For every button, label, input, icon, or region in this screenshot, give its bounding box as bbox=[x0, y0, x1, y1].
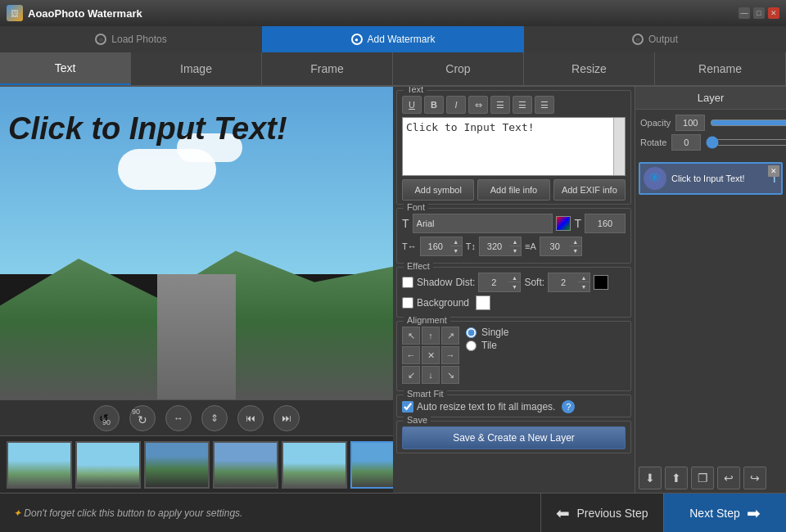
next-image-button[interactable]: ⏭ bbox=[273, 405, 300, 431]
font-width-down[interactable]: ▼ bbox=[450, 246, 462, 255]
font-width-up[interactable]: ▲ bbox=[450, 237, 462, 246]
rotate-ccw-button[interactable]: ↺ 90 bbox=[93, 405, 120, 431]
alignment-section: Alignment ↖ ↑ ↗ ← ✕ → ↙ ↓ ↘ bbox=[396, 321, 631, 391]
step-load-photos-circle: ○ bbox=[95, 34, 106, 45]
step-output[interactable]: ○ Output bbox=[524, 26, 786, 52]
font-width-input[interactable] bbox=[421, 237, 450, 255]
thumbnail-3[interactable] bbox=[144, 441, 210, 489]
soft-up[interactable]: ▲ bbox=[578, 273, 590, 282]
save-section: Save Save & Create a New Layer bbox=[396, 421, 631, 453]
align-top-center-button[interactable]: ↑ bbox=[422, 327, 440, 345]
layer-duplicate-button[interactable]: ❐ bbox=[691, 467, 714, 489]
step-load-photos[interactable]: ○ Load Photos bbox=[0, 26, 262, 52]
flip-vertical-button[interactable]: ⇕ bbox=[201, 405, 228, 431]
opacity-label: Opacity bbox=[640, 118, 671, 128]
single-radio[interactable] bbox=[466, 327, 477, 338]
text-toolbar: U B I ⇔ ☰ ☰ ☰ bbox=[402, 96, 626, 114]
shadow-color-swatch[interactable] bbox=[594, 275, 608, 290]
add-exif-info-button[interactable]: Add EXIF info bbox=[553, 179, 626, 201]
layer-controls: Opacity Rotate bbox=[635, 110, 786, 159]
align-center-button[interactable]: ☰ bbox=[513, 96, 532, 114]
background-color-swatch[interactable] bbox=[476, 295, 490, 310]
opacity-slider[interactable] bbox=[710, 117, 786, 128]
layer-close-button[interactable]: ✕ bbox=[768, 165, 779, 177]
layer-move-down-button[interactable]: ⬇ bbox=[639, 467, 662, 489]
next-arrow-icon: ➡ bbox=[747, 503, 761, 523]
tab-rename[interactable]: Rename bbox=[655, 52, 786, 85]
rotate-input[interactable] bbox=[671, 134, 701, 151]
font-spacing-icon: ≡A bbox=[525, 241, 536, 251]
align-right-button[interactable]: ☰ bbox=[535, 96, 554, 114]
align-bottom-center-button[interactable]: ↓ bbox=[422, 366, 440, 384]
align-middle-right-button[interactable]: → bbox=[441, 346, 459, 364]
font-spacing-down[interactable]: ▼ bbox=[570, 246, 581, 255]
add-file-info-button[interactable]: Add file info bbox=[477, 179, 549, 201]
step-output-label: Output bbox=[648, 34, 678, 45]
app-name: AoaoPhoto Watermark bbox=[28, 7, 142, 20]
flip-horizontal-button[interactable]: ↔ bbox=[165, 405, 192, 431]
next-step-button[interactable]: Next Step ➡ bbox=[663, 494, 786, 533]
tab-frame[interactable]: Frame bbox=[262, 52, 393, 85]
hint-icon: ✦ bbox=[13, 507, 21, 519]
prev-image-button[interactable]: ⏮ bbox=[237, 405, 264, 431]
font-spacing-input[interactable] bbox=[540, 237, 570, 255]
align-top-left-button[interactable]: ↖ bbox=[402, 327, 420, 345]
maximize-button[interactable]: □ bbox=[753, 7, 765, 19]
tab-text[interactable]: Text bbox=[0, 52, 131, 85]
font-spacing-up[interactable]: ▲ bbox=[570, 237, 581, 246]
text-scrollbar[interactable] bbox=[613, 118, 625, 175]
align-bottom-left-button[interactable]: ↙ bbox=[402, 366, 420, 384]
rotate-slider[interactable] bbox=[706, 137, 786, 148]
layer-move-up-button[interactable]: ⬆ bbox=[665, 467, 688, 489]
rotate-cw-button[interactable]: 90 ↻ bbox=[129, 405, 156, 431]
font-height-down[interactable]: ▼ bbox=[509, 246, 521, 255]
soft-down[interactable]: ▼ bbox=[578, 282, 590, 291]
dist-down[interactable]: ▼ bbox=[508, 282, 520, 291]
tile-radio[interactable] bbox=[466, 340, 477, 351]
align-left-button[interactable]: ☰ bbox=[490, 96, 510, 114]
align-middle-left-button[interactable]: ← bbox=[402, 346, 420, 364]
dist-input[interactable] bbox=[479, 273, 508, 291]
help-icon[interactable]: ? bbox=[562, 400, 575, 413]
auto-resize-checkbox[interactable] bbox=[402, 401, 413, 413]
dist-up[interactable]: ▲ bbox=[508, 273, 520, 282]
soft-input[interactable] bbox=[549, 273, 578, 291]
step-add-watermark[interactable]: ● Add Watermark bbox=[262, 26, 524, 52]
tab-crop[interactable]: Crop bbox=[393, 52, 524, 85]
italic-button[interactable]: I bbox=[446, 96, 466, 114]
layer-undo-button[interactable]: ↩ bbox=[717, 467, 740, 489]
underline-button[interactable]: U bbox=[402, 96, 422, 114]
layer-redo-button[interactable]: ↪ bbox=[743, 467, 766, 489]
minimize-button[interactable]: — bbox=[739, 7, 750, 19]
align-bottom-right-button[interactable]: ↘ bbox=[441, 366, 459, 384]
align-top-right-button[interactable]: ↗ bbox=[441, 327, 459, 345]
font-color-swatch[interactable] bbox=[556, 216, 571, 231]
tab-image[interactable]: Image bbox=[131, 52, 262, 85]
layer-item-1[interactable]: 👁 Click to Input Text! T ✕ bbox=[639, 162, 783, 195]
add-symbol-button[interactable]: Add symbol bbox=[402, 179, 474, 201]
bold-button[interactable]: B bbox=[424, 96, 444, 114]
shadow-checkbox[interactable] bbox=[402, 277, 413, 288]
tab-resize[interactable]: Resize bbox=[524, 52, 655, 85]
text-input[interactable]: Click to Input Text! bbox=[403, 118, 613, 175]
font-size-select[interactable]: 160 120 80 200 bbox=[585, 214, 626, 233]
close-button[interactable]: ✕ bbox=[768, 7, 779, 19]
thumbnail-2[interactable] bbox=[75, 441, 141, 489]
save-create-layer-button[interactable]: Save & Create a New Layer bbox=[402, 426, 626, 449]
thumbnail-1[interactable] bbox=[7, 441, 72, 489]
preview-canvas[interactable]: Click to Input Text! bbox=[0, 87, 393, 399]
font-name-select[interactable]: Arial Times New Roman Courier bbox=[413, 214, 553, 233]
align-middle-center-button[interactable]: ✕ bbox=[422, 346, 440, 364]
thumbnail-4[interactable] bbox=[213, 441, 278, 489]
thumbnail-5[interactable] bbox=[282, 441, 347, 489]
font-height-input[interactable] bbox=[480, 237, 509, 255]
layer-eye-icon[interactable]: 👁 bbox=[644, 167, 666, 190]
strikethrough-button[interactable]: ⇔ bbox=[468, 96, 488, 114]
single-label: Single bbox=[481, 327, 508, 338]
background-checkbox[interactable] bbox=[402, 297, 413, 309]
previous-step-button[interactable]: ⬅ Previous Step bbox=[540, 494, 663, 533]
thumbnail-6[interactable] bbox=[350, 441, 393, 489]
opacity-input[interactable] bbox=[675, 115, 705, 131]
font-height-up[interactable]: ▲ bbox=[509, 237, 521, 246]
layer-panel: Layer Opacity Rotate 👁 Click to Input Te… bbox=[635, 87, 786, 493]
